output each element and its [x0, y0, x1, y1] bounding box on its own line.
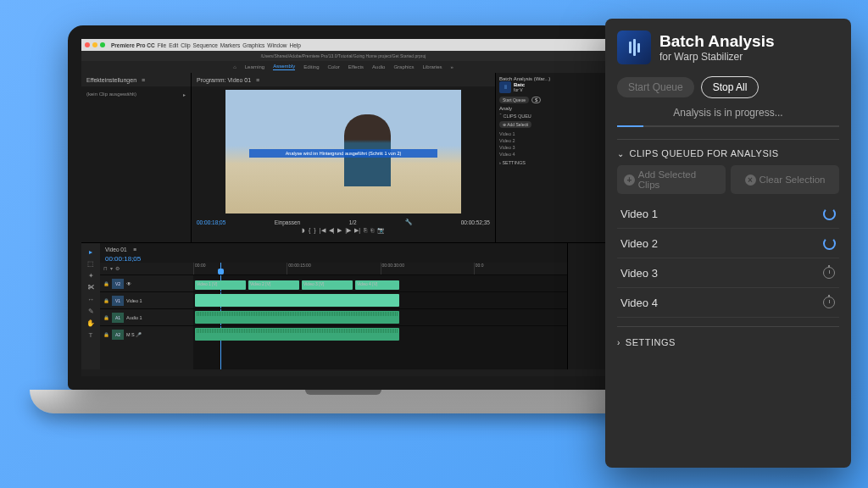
transport-controls[interactable]: ◗ { } |◀ ◀| ▶ |▶ ▶| ⎘ ⎗ 📷	[197, 227, 490, 234]
window-traffic-lights[interactable]	[85, 42, 105, 47]
zoom-fit-dropdown[interactable]: Einpassen	[275, 219, 300, 225]
stop-all-button[interactable]: Stop All	[701, 76, 760, 98]
timeline-toolbar[interactable]: ▸ ⬚ ✦ ✀ ↔ ✎ ✋ T	[81, 243, 100, 369]
snap-icon[interactable]: ⊓	[103, 266, 108, 271]
aux-add-button[interactable]: ⊕ Add Selecti	[499, 121, 531, 128]
aux-start-button[interactable]: Start Queue	[499, 97, 529, 103]
eye-icon[interactable]: 👁	[126, 281, 131, 286]
overflow-icon[interactable]: »	[450, 64, 453, 69]
lock-icon[interactable]: 🔒	[103, 332, 109, 337]
queue-clip-item[interactable]: Video 4	[617, 288, 839, 318]
hand-tool-icon[interactable]: ✋	[86, 319, 95, 327]
aux-stop-button[interactable]: S	[531, 97, 541, 103]
panel-menu-icon[interactable]: ≡	[134, 247, 137, 252]
ws-graphics[interactable]: Graphics	[393, 64, 414, 69]
panel-menu-icon[interactable]: ≡	[256, 77, 259, 83]
razor-tool-icon[interactable]: ✀	[87, 284, 94, 291]
wrench-icon[interactable]: 🔧	[405, 219, 412, 225]
clip-v2[interactable]: Video 2 [V]	[248, 280, 299, 290]
type-tool-icon[interactable]: T	[89, 331, 93, 339]
menu-graphics[interactable]: Graphics	[242, 42, 264, 48]
pen-tool-icon[interactable]: ✎	[88, 308, 94, 315]
settings-icon[interactable]: ⚙	[115, 266, 120, 271]
spinner-icon	[822, 236, 836, 250]
workspace-tabs[interactable]: ⌂ Learning Assembly Editing Color Effect…	[81, 61, 605, 73]
track-select-tool-icon[interactable]: ⬚	[87, 260, 94, 268]
marker-icon[interactable]: ▾	[110, 266, 113, 271]
program-viewer[interactable]: Analyse wird im Hintergrund ausgeführt (…	[225, 90, 461, 214]
aux-clip-item[interactable]: Video 4	[499, 151, 602, 158]
menu-clip[interactable]: Clip	[181, 42, 190, 48]
lock-icon[interactable]: 🔒	[103, 298, 109, 303]
step-back-icon[interactable]: ◀|	[329, 227, 335, 234]
macos-menubar[interactable]: Premiere Pro CC File Edit Clip Sequence …	[81, 39, 605, 51]
play-icon[interactable]: ▶	[337, 227, 342, 234]
ws-assembly[interactable]: Assembly	[273, 64, 295, 70]
menu-markers[interactable]: Markers	[220, 42, 240, 48]
menu-edit[interactable]: Edit	[169, 42, 178, 48]
lock-icon[interactable]: 🔒	[103, 315, 109, 320]
mark-out-icon[interactable]: {	[309, 227, 310, 234]
timeline-tracks[interactable]: 00:0000:00:15:0000:00:30:0000:0 Video 1 …	[193, 263, 567, 369]
display-mode[interactable]: 1/2	[349, 219, 357, 225]
mark-in-icon[interactable]: ◗	[302, 227, 305, 234]
go-out-icon[interactable]: ▶|	[354, 227, 360, 234]
export-frame-icon[interactable]: 📷	[377, 227, 385, 234]
stopwatch-icon	[822, 266, 836, 280]
clip-name: Video 1	[620, 208, 658, 220]
ws-learning[interactable]: Learning	[245, 64, 264, 69]
menu-help[interactable]: Help	[289, 42, 300, 48]
sequence-tab[interactable]: Video 01	[105, 247, 127, 252]
time-ruler[interactable]: 00:0000:00:15:0000:00:30:0000:0	[193, 263, 567, 274]
clip-a2[interactable]	[195, 328, 399, 341]
clip-v2[interactable]: Video 3 [V]	[302, 280, 353, 290]
track-v2-label[interactable]: V2	[112, 279, 124, 289]
menu-sequence[interactable]: Sequence	[193, 42, 218, 48]
track-v1-label[interactable]: V1	[112, 296, 124, 306]
panel-menu-icon[interactable]: ≡	[142, 77, 145, 83]
ripple-tool-icon[interactable]: ✦	[88, 272, 94, 280]
queue-clip-item[interactable]: Video 3	[617, 258, 839, 288]
mark-out-icon[interactable]: }	[314, 227, 315, 234]
program-monitor: Programm: Video 01 ≡ Analyse wird im Hin…	[192, 73, 495, 242]
ws-libraries[interactable]: Libraries	[422, 64, 442, 69]
menu-file[interactable]: File	[158, 42, 166, 48]
settings-section-header[interactable]: › SETTINGS	[617, 337, 839, 347]
clip-v1[interactable]	[195, 294, 399, 307]
menu-window[interactable]: Window	[267, 42, 287, 48]
clip-v2[interactable]: Video 4 [V]	[355, 280, 399, 290]
home-icon[interactable]: ⌂	[233, 64, 236, 69]
laptop-base	[30, 390, 657, 413]
ws-color[interactable]: Color	[328, 64, 340, 69]
aux-section-header[interactable]: CLIPS QUEU	[504, 114, 531, 119]
slip-tool-icon[interactable]: ↔	[87, 296, 94, 303]
ws-effects[interactable]: Effects	[348, 64, 364, 69]
ws-audio[interactable]: Audio	[372, 64, 385, 69]
aux-clip-item[interactable]: Video 1	[499, 130, 602, 137]
extract-icon[interactable]: ⎗	[370, 227, 374, 234]
batch-panel-embedded: Batch Analysis (War...) ⦀ Batcfor V Star…	[495, 73, 605, 242]
timeline-tc[interactable]: 00:00:18;05	[105, 255, 141, 263]
clip-v2[interactable]: Video 1 [V]	[195, 280, 246, 290]
panel-subtitle: for Warp Stabilizer	[659, 51, 775, 63]
plus-circle-icon: +	[624, 175, 635, 186]
track-a1-label[interactable]: A1	[112, 313, 124, 323]
ws-editing[interactable]: Editing	[303, 64, 319, 69]
aux-clip-item[interactable]: Video 2	[499, 137, 602, 144]
clip-a1[interactable]	[195, 311, 399, 324]
aux-clip-item[interactable]: Video 3	[499, 144, 602, 151]
audio-meter	[567, 243, 605, 369]
selection-tool-icon[interactable]: ▸	[89, 248, 92, 256]
lock-icon[interactable]: 🔒	[103, 281, 109, 286]
go-in-icon[interactable]: |◀	[320, 227, 326, 234]
queue-clip-item[interactable]: Video 2	[617, 229, 839, 258]
queue-section-header[interactable]: ⌄ CLIPS QUEUED FOR ANALYSIS	[617, 148, 839, 158]
step-fwd-icon[interactable]: |▶	[345, 227, 351, 234]
chevron-right-icon[interactable]: ▸	[183, 92, 186, 97]
progress-bar	[617, 125, 839, 127]
aux-settings-header[interactable]: SETTINGS	[502, 160, 526, 165]
track-a2-label[interactable]: A2	[112, 330, 124, 340]
program-tc-current[interactable]: 00:00:18;05	[197, 219, 225, 225]
queue-clip-item[interactable]: Video 1	[617, 199, 839, 229]
lift-icon[interactable]: ⎘	[364, 227, 367, 234]
